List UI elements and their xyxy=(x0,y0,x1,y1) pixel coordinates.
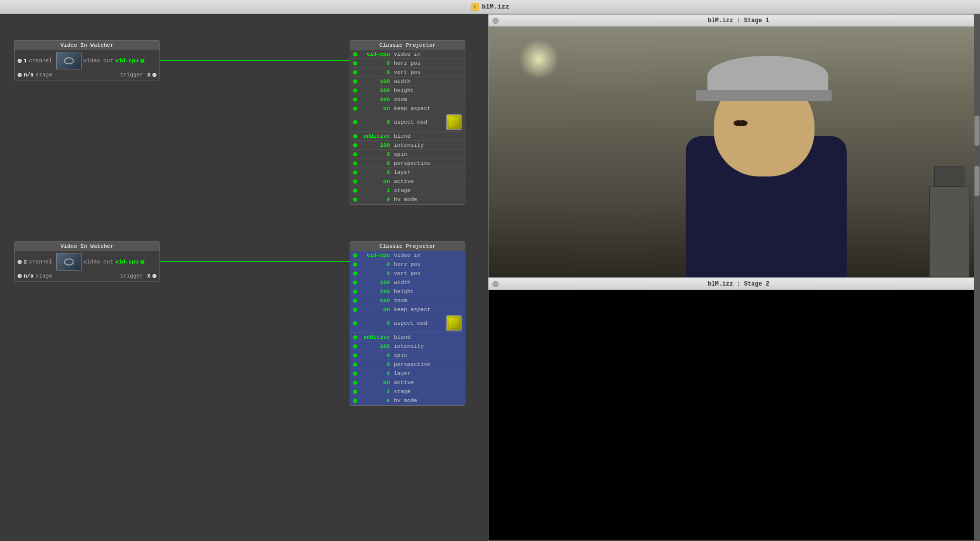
viw-header-2: Video In Watcher xyxy=(15,242,159,251)
cp-val-layer-1: 0 xyxy=(359,169,392,175)
cp-port-horzpos-1[interactable] xyxy=(353,61,357,65)
cp-lbl-perspective-2: perspective xyxy=(394,362,462,368)
cp-panel-2[interactable]: Classic Projector vid-cpu video in 0 hor… xyxy=(350,241,465,406)
cp-lbl-spin-1: spin xyxy=(394,151,462,157)
video-out-label-1: video out xyxy=(84,58,113,64)
node-editor[interactable]: Video In Watcher 1 channel video out vid… xyxy=(0,14,488,541)
cp-port-perspective-2[interactable] xyxy=(353,363,357,367)
cp-row-2-perspective: 0 perspective xyxy=(350,360,465,369)
cp-port-horzpos-2[interactable] xyxy=(353,262,357,266)
cp-port-zoom-2[interactable] xyxy=(353,299,357,303)
port-vidcpu-out-2[interactable] xyxy=(140,260,144,264)
video-content-1 xyxy=(488,27,979,277)
cp-row-1-blend: additive blend xyxy=(350,132,465,141)
cp-val-intensity-1: 100 xyxy=(359,142,392,148)
viw-row-2-channel: 2 channel video out vid-cpu xyxy=(16,252,158,272)
cp-lbl-horzpos-1: horz pos xyxy=(394,60,462,66)
cp-lbl-perspective-1: perspective xyxy=(394,160,462,166)
cp-row-1-aspectmod: 0 aspect mod xyxy=(350,113,465,132)
stage-title-2: blM.izz : Stage 2 xyxy=(502,281,975,288)
cp-port-intensity-2[interactable] xyxy=(353,344,357,348)
channel-value-1: 1 xyxy=(24,58,27,64)
cp-port-aspectmod-1[interactable] xyxy=(353,120,357,124)
cp-val-videoin-2: vid-cpu xyxy=(359,252,392,258)
cp-port-intensity-1[interactable] xyxy=(353,143,357,147)
cp-row-2-videoin: vid-cpu video in xyxy=(350,251,465,260)
cp-lbl-width-2: width xyxy=(394,280,462,286)
cp-port-videoin-1[interactable] xyxy=(353,52,357,56)
stage-pane: blM.izz : Stage 1 xyxy=(488,14,980,541)
stage-value-2: n/a xyxy=(24,273,34,279)
cp-port-keepaspect-2[interactable] xyxy=(353,308,357,312)
port-channel-in-1[interactable] xyxy=(18,59,22,63)
cp-val-keepaspect-2: on xyxy=(359,307,392,313)
cp-port-layer-1[interactable] xyxy=(353,170,357,174)
cp-port-zoom-1[interactable] xyxy=(353,98,357,102)
viw-panel-1[interactable]: Video In Watcher 1 channel video out vid… xyxy=(14,40,160,80)
cp-port-hvmode-2[interactable] xyxy=(353,399,357,403)
port-stage-in-2[interactable] xyxy=(18,274,22,278)
cp-port-keepaspect-1[interactable] xyxy=(353,107,357,111)
cp-row-2-blend: additive blend xyxy=(350,333,465,342)
cp-lbl-zoom-2: zoom xyxy=(394,298,462,304)
viw-row-1-channel: 1 channel video out vid-cpu xyxy=(16,51,158,70)
app-title: ⚡ blM.izz xyxy=(471,3,510,11)
cp-row-2-stage: 2 stage xyxy=(350,387,465,396)
cp-val-aspectmod-1: 0 xyxy=(359,119,392,125)
cp-port-stage-1[interactable] xyxy=(353,189,357,193)
cp-val-horzpos-1: 0 xyxy=(359,60,392,66)
port-trigger-out-2[interactable] xyxy=(152,274,156,278)
cp-body-2: vid-cpu video in 0 horz pos 0 vert pos 1… xyxy=(350,251,465,405)
cp-row-2-hvmode: 0 hv mode xyxy=(350,396,465,405)
ceiling-light xyxy=(519,39,559,79)
stage-value-1: n/a xyxy=(24,72,34,78)
cp-row-1-width: 100 width xyxy=(350,77,465,86)
cp-port-blend-2[interactable] xyxy=(353,335,357,339)
port-vidcpu-out-1[interactable] xyxy=(140,59,144,63)
cp-port-videoin-2[interactable] xyxy=(353,253,357,257)
cp-row-1-active: on active xyxy=(350,177,465,186)
cp-header-1: Classic Projector xyxy=(350,41,465,50)
viw-body-1: 1 channel video out vid-cpu n/a stage xyxy=(15,50,159,80)
cp-val-perspective-2: 0 xyxy=(359,362,392,368)
cp-port-height-2[interactable] xyxy=(353,290,357,294)
cp-port-layer-2[interactable] xyxy=(353,372,357,376)
channel-label-1: channel xyxy=(29,58,54,64)
cp-port-active-2[interactable] xyxy=(353,381,357,385)
cp-val-videoin-1: vid-cpu xyxy=(359,51,392,57)
cp-lbl-vertpos-1: vert pos xyxy=(394,69,462,75)
port-stage-in-1[interactable] xyxy=(18,73,22,77)
stage-close-btn-1[interactable] xyxy=(493,18,499,24)
viw-panel-2[interactable]: Video In Watcher 2 channel video out vid… xyxy=(14,241,160,282)
cp-port-spin-1[interactable] xyxy=(353,152,357,156)
port-trigger-out-1[interactable] xyxy=(152,73,156,77)
cp-port-aspectmod-2[interactable] xyxy=(353,321,357,325)
cp-row-1-zoom: 100 zoom xyxy=(350,95,465,104)
cp-row-2-layer: 0 layer xyxy=(350,369,465,378)
cp-val-height-1: 100 xyxy=(359,87,392,94)
cp-port-height-1[interactable] xyxy=(353,88,357,93)
cp-port-active-1[interactable] xyxy=(353,179,357,184)
cp-port-blend-1[interactable] xyxy=(353,134,357,138)
cp-lbl-aspectmod-1: aspect mod xyxy=(394,119,444,125)
trigger-label-1: trigger xyxy=(120,72,145,78)
scroll-thumb-2[interactable] xyxy=(974,166,979,196)
cp-port-vertpos-2[interactable] xyxy=(353,272,357,276)
cp-row-2-keepaspect: on keep aspect xyxy=(350,305,465,314)
stage-close-btn-2[interactable] xyxy=(493,281,499,287)
cp-panel-1[interactable]: Classic Projector vid-cpu video in 0 hor… xyxy=(350,40,465,205)
cp-row-1-stage: 1 stage xyxy=(350,186,465,195)
cp-port-width-1[interactable] xyxy=(353,79,357,83)
scroll-thumb[interactable] xyxy=(974,116,979,146)
cp-port-stage-2[interactable] xyxy=(353,390,357,394)
port-channel-in-2[interactable] xyxy=(18,260,22,264)
viw-row-1-stage: n/a stage trigger X xyxy=(16,71,158,79)
cp-port-spin-2[interactable] xyxy=(353,353,357,357)
cp-icon-2[interactable] xyxy=(446,315,462,331)
cp-port-width-2[interactable] xyxy=(353,281,357,285)
cp-icon-1[interactable] xyxy=(446,114,462,130)
cp-port-perspective-1[interactable] xyxy=(353,161,357,165)
stage-scrollbar[interactable] xyxy=(974,14,980,541)
cp-port-vertpos-1[interactable] xyxy=(353,70,357,74)
cp-port-hvmode-1[interactable] xyxy=(353,198,357,202)
